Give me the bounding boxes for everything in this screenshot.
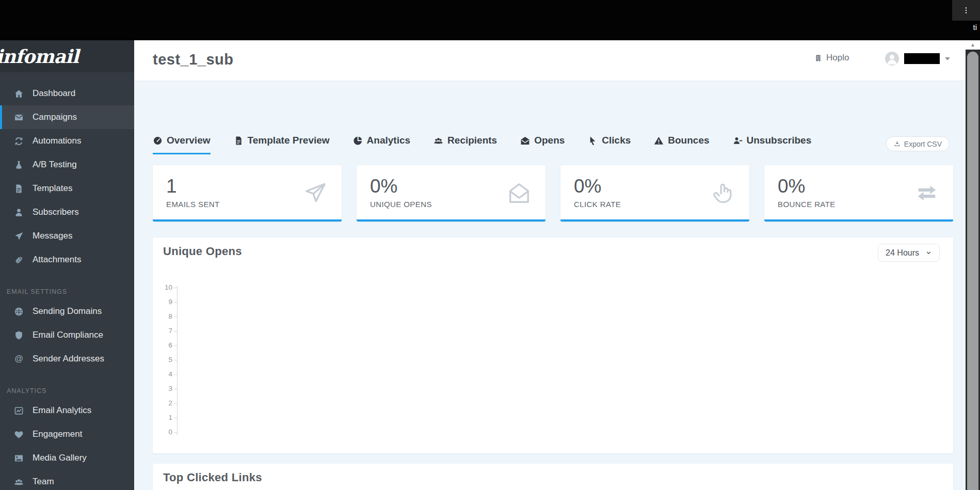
screen: ti infomail Dashboard Campaigns Automati… [0,0,980,490]
tab-label: Opens [534,135,565,146]
y-tick-label: 9 [156,298,172,306]
sidebar-item-label: Email Compliance [33,330,103,340]
sidebar-section-email-settings: EMAIL SETTINGS [0,284,134,299]
unique-opens-chart: 10 9 8 7 6 5 4 3 2 1 0 [153,238,953,453]
tab-bounces[interactable]: Bounces [654,135,709,154]
home-icon [14,89,24,99]
export-csv-button[interactable]: Export CSV [886,136,950,151]
username-redacted [904,53,940,64]
sidebar-item-email-compliance[interactable]: Email Compliance [0,323,134,347]
scrollbar-thumb[interactable] [967,52,978,490]
main-content: test_1_sub Hoplo Overview Template Pr [134,40,966,490]
tab-label: Analytics [367,135,410,146]
sidebar-item-sender-addresses[interactable]: Sender Addresses [0,347,134,371]
avatar [885,52,899,66]
sidebar-item-label: Sending Domains [33,306,102,317]
tab-clicks[interactable]: Clicks [588,135,631,154]
y-tick-label: 8 [156,312,172,320]
y-tick-mark [174,331,177,331]
y-tick-label: 7 [156,327,172,335]
scrollbar-up-arrow[interactable]: ▲ [966,40,980,50]
sidebar-item-engagement[interactable]: Engagement [0,422,134,446]
sidebar-section-analytics: ANALYTICS [0,383,134,399]
chart-icon [14,406,24,416]
sidebar-item-label: Engagement [33,429,82,439]
sidebar-item-label: Campaigns [33,112,77,122]
envelope-open-outline-icon [507,181,531,205]
y-tick-mark [174,345,177,346]
exchange-arrows-icon [915,181,939,205]
y-tick-mark [174,317,177,317]
overflow-menu-button[interactable] [952,0,980,21]
sidebar-item-label: Email Analytics [33,405,91,416]
sidebar-item-sending-domains[interactable]: Sending Domains [0,299,134,323]
campaign-tabs: Overview Template Preview Analytics Reci… [153,135,811,154]
sidebar-item-ab-testing[interactable]: A/B Testing [0,153,134,177]
image-icon [14,453,24,463]
users-icon [433,136,443,146]
y-tick-label: 5 [156,356,172,363]
sidebar-item-email-analytics[interactable]: Email Analytics [0,399,134,422]
sidebar-item-label: Subscribers [33,207,79,217]
sidebar-item-media-gallery[interactable]: Media Gallery [0,446,134,470]
sidebar-item-label: Team [33,477,54,487]
cursor-icon [588,136,598,146]
paper-plane-icon [14,231,24,241]
organization-badge[interactable]: Hoplo [814,53,849,63]
sidebar-item-subscribers[interactable]: Subscribers [0,200,134,224]
scrollbar-track[interactable] [966,50,980,490]
tab-overview[interactable]: Overview [153,135,211,154]
file-icon [234,136,244,146]
tab-unsubscribes[interactable]: Unsubscribes [733,135,812,154]
tab-analytics[interactable]: Analytics [353,135,410,154]
dots-vertical-icon [962,6,970,14]
y-tick-mark [174,288,177,288]
page-header: test_1_sub Hoplo [134,40,966,81]
sidebar-item-campaigns[interactable]: Campaigns [0,105,134,129]
person-icon [885,52,899,66]
y-tick-mark [174,432,177,433]
envelope-icon [14,113,24,122]
browser-top-bar: ti [0,0,980,40]
tab-label: Overview [167,135,211,146]
tab-template-preview[interactable]: Template Preview [234,135,330,154]
app-logo[interactable]: infomail [0,45,78,67]
tab-label: Recipients [447,135,497,146]
tab-recipients[interactable]: Recipients [433,135,497,154]
stat-card-unique-opens: 0% UNIQUE OPENS [357,165,545,222]
sidebar-item-automations[interactable]: Automations [0,129,134,153]
sidebar-item-label: Templates [33,183,72,194]
stat-cards: 1 EMAILS SENT 0% UNIQUE OPENS 0% CLICK R… [153,165,953,222]
logo-band: infomail [0,40,134,72]
scrollbar[interactable]: ▲ [966,40,980,490]
caret-down-icon [945,57,950,60]
y-tick-label: 6 [156,341,172,349]
sidebar-item-label: Automations [33,136,82,146]
stat-card-emails-sent: 1 EMAILS SENT [153,165,342,222]
sidebar-item-messages[interactable]: Messages [0,224,134,248]
sidebar-item-dashboard[interactable]: Dashboard [0,82,134,105]
sidebar-nav: Dashboard Campaigns Automations A/B Test… [0,72,134,490]
shield-icon [14,330,24,340]
tab-opens[interactable]: Opens [520,135,565,154]
team-icon [14,477,24,487]
y-tick-label: 1 [156,414,172,421]
user-menu[interactable] [885,52,950,66]
organization-name: Hoplo [826,53,849,63]
tab-label: Template Preview [248,135,330,146]
file-icon [14,184,24,194]
tab-label: Clicks [602,135,631,146]
flask-icon [14,160,24,170]
sidebar-item-label: A/B Testing [33,160,77,170]
sidebar-item-label: Sender Addresses [33,354,104,364]
gauge-icon [153,136,163,146]
sidebar-item-templates[interactable]: Templates [0,177,134,200]
sidebar-item-team[interactable]: Team [0,470,134,490]
user-minus-icon [733,136,743,146]
y-tick-label: 3 [156,385,172,392]
y-tick-mark [174,389,177,389]
y-tick-label: 4 [156,370,172,378]
sidebar-item-attachments[interactable]: Attachments [0,248,134,272]
page-title: test_1_sub [153,51,234,68]
y-tick-mark [174,418,177,418]
